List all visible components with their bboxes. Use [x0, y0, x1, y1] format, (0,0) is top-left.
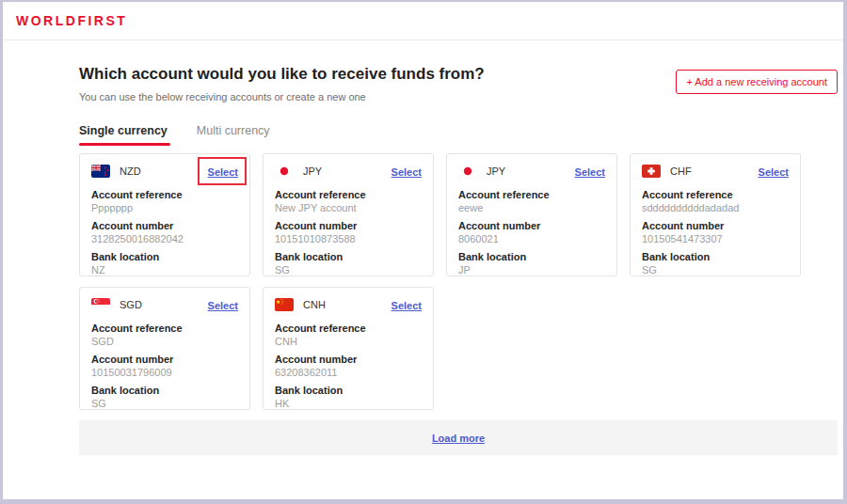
select-link[interactable]: Select: [208, 166, 238, 178]
page-subtitle: You can use the below receiving accounts…: [79, 91, 485, 102]
account-card-nzd: NZD Select Account reference Ppppppp Acc…: [79, 153, 250, 276]
account-reference-field: Account reference SGD: [91, 323, 238, 348]
account-card-chf: CHF Select Account reference sdddddddddd…: [630, 153, 801, 276]
flag-sg-icon: [91, 298, 110, 311]
bank-location-label: Bank location: [91, 251, 238, 263]
account-reference-label: Account reference: [642, 189, 789, 201]
account-card-head: JPY Select: [275, 163, 422, 180]
currency-code: JPY: [303, 165, 322, 177]
bank-location-field: Bank location NZ: [91, 251, 238, 276]
worldfirst-logo: WORLDFIRST: [16, 13, 127, 28]
bank-location-value: HK: [275, 398, 422, 410]
bank-location-label: Bank location: [275, 251, 422, 263]
account-number-value: 10150031796009: [91, 367, 238, 379]
add-receiving-account-button[interactable]: + Add a new receiving account: [676, 70, 838, 94]
account-reference-label: Account reference: [91, 189, 238, 201]
currency-code: CHF: [670, 165, 692, 177]
accounts-grid: NZD Select Account reference Ppppppp Acc…: [79, 153, 838, 410]
account-card-head: CHF Select: [642, 163, 789, 180]
select-wrap: Select: [208, 163, 238, 180]
bank-location-value: NZ: [91, 264, 238, 276]
account-card-jpy: JPY Select Account reference eewe Accoun…: [446, 153, 617, 276]
select-link[interactable]: Select: [392, 300, 422, 311]
account-reference-label: Account reference: [275, 189, 422, 201]
bank-location-label: Bank location: [275, 385, 422, 397]
select-wrap: Select: [208, 296, 238, 313]
app-header: WORLDFIRST: [3, 2, 843, 40]
page-title: Which account would you like to receive …: [79, 65, 485, 84]
account-number-value: 10150541473307: [642, 233, 789, 245]
account-number-label: Account number: [642, 220, 789, 232]
account-reference-label: Account reference: [458, 189, 605, 201]
account-reference-value: Ppppppp: [91, 202, 238, 214]
account-number-value: 63208362011: [275, 367, 422, 379]
account-number-field: Account number 3128250016882042: [91, 220, 238, 245]
account-reference-field: Account reference CNH: [275, 323, 422, 348]
load-more-link[interactable]: Load more: [432, 433, 485, 444]
account-number-field: Account number 63208362011: [275, 354, 422, 379]
bank-location-field: Bank location SG: [275, 251, 422, 276]
account-number-field: Account number 8060021: [458, 220, 605, 245]
account-number-field: Account number 10151010873588: [275, 220, 422, 245]
app-window: WORLDFIRST Which account would you like …: [0, 0, 847, 504]
account-reference-value: sddddddddddadadad: [642, 202, 789, 214]
select-link[interactable]: Select: [575, 166, 605, 178]
select-link[interactable]: Select: [392, 166, 422, 178]
currency-code: JPY: [487, 165, 505, 177]
select-wrap: Select: [759, 163, 789, 180]
bank-location-value: JP: [458, 264, 605, 276]
account-number-label: Account number: [91, 354, 238, 366]
select-link[interactable]: Select: [208, 300, 238, 311]
account-number-value: 10151010873588: [275, 233, 422, 245]
account-card-head: NZD Select: [91, 163, 238, 180]
account-card-head: CNH Select: [275, 296, 422, 313]
flag-jp-icon: [275, 165, 294, 178]
tab-single-currency[interactable]: Single currency: [79, 124, 168, 146]
account-reference-value: CNH: [275, 336, 422, 348]
currency-code: SGD: [120, 299, 142, 310]
account-reference-field: Account reference Ppppppp: [91, 189, 238, 214]
bank-location-field: Bank location SG: [91, 385, 238, 410]
account-reference-label: Account reference: [275, 323, 422, 335]
flag-nz-icon: [91, 165, 110, 178]
currency-code: NZD: [120, 165, 141, 177]
bank-location-label: Bank location: [642, 251, 789, 263]
flag-ch-icon: [642, 165, 661, 178]
account-reference-value: eewe: [458, 202, 605, 214]
bank-location-value: SG: [642, 264, 789, 276]
bank-location-field: Bank location JP: [458, 251, 605, 276]
load-more-bar: Load more: [79, 420, 838, 455]
main-content: Which account would you like to receive …: [3, 40, 838, 455]
tab-label: Multi currency: [197, 124, 270, 137]
account-card-cnh: CNH Select Account reference CNH Account…: [263, 287, 434, 410]
bank-location-field: Bank location SG: [642, 251, 789, 276]
account-number-label: Account number: [275, 354, 422, 366]
page-head: Which account would you like to receive …: [79, 65, 838, 102]
select-wrap: Select: [392, 296, 422, 313]
account-reference-value: SGD: [91, 336, 238, 348]
account-card-sgd: SGD Select Account reference SGD Account…: [79, 287, 250, 410]
tab-label: Single currency: [79, 124, 168, 137]
bank-location-value: SG: [275, 264, 422, 276]
account-reference-field: Account reference New JPY account: [275, 189, 422, 214]
active-tab-underline: [79, 143, 170, 146]
account-card-head: SGD Select: [91, 296, 238, 313]
account-number-label: Account number: [91, 220, 238, 232]
bank-location-label: Bank location: [91, 385, 238, 397]
select-wrap: Select: [575, 163, 605, 180]
account-card-jpy: JPY Select Account reference New JPY acc…: [263, 153, 434, 276]
bank-location-label: Bank location: [458, 251, 605, 263]
account-reference-label: Account reference: [91, 323, 238, 335]
account-number-value: 3128250016882042: [91, 233, 238, 245]
bank-location-field: Bank location HK: [275, 385, 422, 410]
currency-tabs: Single currencyMulti currency: [79, 124, 838, 146]
flag-jp-icon: [458, 165, 477, 178]
account-reference-field: Account reference eewe: [458, 189, 605, 214]
bank-location-value: SG: [91, 398, 238, 410]
select-link[interactable]: Select: [759, 166, 789, 178]
flag-cn-icon: [275, 298, 294, 311]
tab-multi-currency[interactable]: Multi currency: [197, 124, 270, 146]
currency-code: CNH: [303, 299, 326, 310]
account-number-label: Account number: [458, 220, 605, 232]
account-number-value: 8060021: [458, 233, 605, 245]
